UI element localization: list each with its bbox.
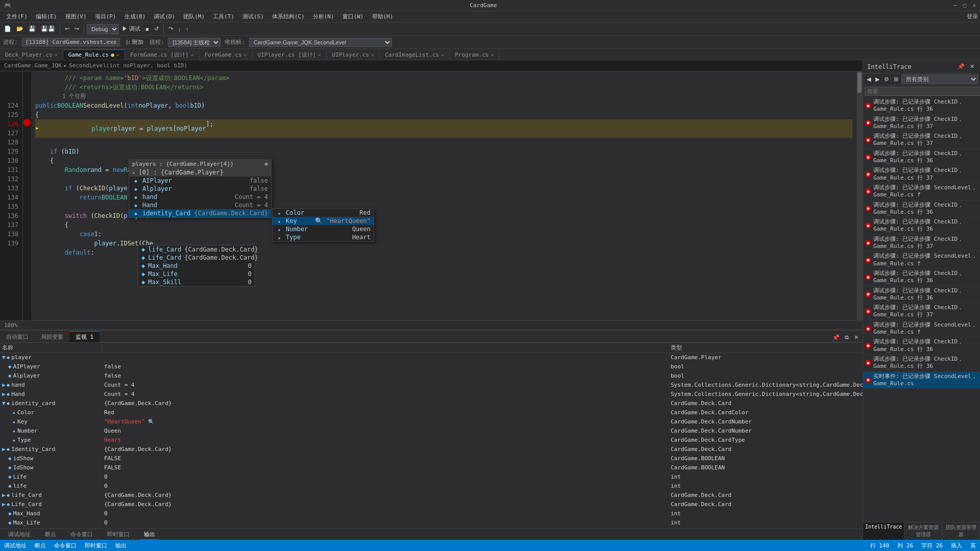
toolbar-save[interactable]: 💾: [27, 24, 38, 33]
ac-item-aiplayer1[interactable]: ◆ AIPlayer false: [129, 177, 271, 185]
stack-dropdown[interactable]: CardGame.Game_JQK.SecondLevel: [249, 38, 392, 47]
toolbar-open[interactable]: 📂: [14, 24, 26, 33]
toolbar-undo[interactable]: ↩: [63, 24, 71, 33]
editor-scrollbar[interactable]: [856, 71, 863, 320]
watch-row-alplayer[interactable]: ◆ Alplayer false bool: [0, 371, 863, 381]
watch-row-life[interactable]: ◆ Life 0 int: [0, 472, 863, 482]
autocomplete-index[interactable]: ▸ [0] : {CardGame.Player}: [129, 168, 271, 177]
it-close-btn[interactable]: ✕: [968, 62, 976, 71]
watch-row-number[interactable]: ⬥ Number Queen CardGame.Deck.CardNumber: [0, 427, 863, 436]
tab-close[interactable]: ✕: [318, 52, 321, 58]
login-link[interactable]: 登录: [967, 13, 978, 20]
window-controls[interactable]: ─ □ ✕: [953, 2, 976, 9]
ac-item-hand2[interactable]: ◆ Hand Count = 4: [129, 201, 271, 209]
it-item-4[interactable]: ● 调试步骤: 已记录步骤 CheckID，Game_Rule.cs 行 36: [863, 149, 980, 166]
sm-key[interactable]: ⬥ Key 🔍 "HeartQueen": [273, 217, 374, 225]
mt-lifecard2[interactable]: ◆ Life_Card {CardGame.Deck.Card}: [138, 254, 255, 262]
bt-tab-debug[interactable]: 调试地址: [4, 530, 35, 539]
watch-row-idshow[interactable]: ◆ idShow FALSE CardGame.BOOLEAN: [0, 454, 863, 463]
watch-row-lifecard2[interactable]: ▶ ◆ Life_Card {CardGame.Deck.Card} CardG…: [0, 500, 863, 509]
tab-close[interactable]: ✕: [244, 52, 247, 58]
tab-close[interactable]: ✕: [55, 52, 58, 58]
tab-uiplayer-design[interactable]: UIPlayer.cs [设计] ✕: [253, 49, 327, 60]
watch-row-lifecard[interactable]: ▶ ◆ life_Card {CardGame.Deck.Card} CardG…: [0, 491, 863, 500]
it-item-16[interactable]: ● 调试步骤: 已记录步骤 CheckID，Game_Rule.cs 行 36: [863, 355, 980, 372]
menu-analyze[interactable]: 分析(N): [309, 12, 338, 21]
toolbar-step-out[interactable]: ↑: [184, 25, 191, 33]
thread-dropdown[interactable]: [13584] 主线程: [168, 38, 220, 47]
watch-row-identity-card[interactable]: ▼ ◆ identity_card {CardGame.Deck.Card} C…: [0, 399, 863, 408]
menu-project[interactable]: 项目(P): [91, 12, 120, 21]
it-filter-dropdown[interactable]: 所有类别: [901, 74, 978, 84]
tab-formgame[interactable]: FormGame.cs ✕: [200, 49, 253, 60]
menu-window[interactable]: 窗口(W): [338, 12, 368, 21]
watch-float-btn[interactable]: ⧉: [843, 333, 851, 342]
it-item-1[interactable]: ● 调试步骤: 已记录步骤 CheckID，Game_Rule.cs 行 36: [863, 97, 980, 115]
it-item-13[interactable]: ● 调试步骤: 已记录步骤 CheckID，Game_Rule.cs 行 37: [863, 303, 980, 320]
minimize-btn[interactable]: ─: [953, 2, 957, 9]
close-btn[interactable]: ✕: [972, 2, 976, 9]
bt-tab-breakpoints[interactable]: 断点: [41, 530, 60, 539]
menu-tools[interactable]: 工具(T): [209, 12, 238, 21]
tab-close[interactable]: ✕: [491, 52, 494, 58]
it-item-12[interactable]: ● 调试步骤: 已记录步骤 CheckID，Game_Rule.cs 行 36: [863, 286, 980, 304]
attach-btn[interactable]: |↕ 附加: [124, 37, 145, 47]
it-item-2[interactable]: ● 调试步骤: 已记录步骤 CheckID，Game_Rule.cs 行 37: [863, 115, 980, 132]
it-item-5[interactable]: ● 调试步骤: 已记录步骤 CheckID，Game_Rule.cs 行 37: [863, 166, 980, 183]
toolbar-redo[interactable]: ↪: [72, 24, 81, 33]
bt-tab-output[interactable]: 输出: [140, 530, 159, 540]
sm-color[interactable]: ⬥ Color Red: [273, 209, 374, 217]
it-item-current[interactable]: ● 实时事件: 已记录步骤 SecondLevel，Game_Rule.cs: [863, 372, 980, 389]
menu-view[interactable]: 视图(V): [61, 12, 91, 21]
maximize-btn[interactable]: □: [963, 2, 967, 9]
debug-config-dropdown[interactable]: Debug: [87, 24, 119, 34]
toolbar-step-over[interactable]: ↷: [166, 24, 175, 33]
it-grid-btn[interactable]: ⊞: [892, 75, 900, 84]
tab-formgame-design[interactable]: FormGame.cs [设计] ✕: [125, 49, 200, 60]
it-next-btn[interactable]: ▶: [874, 75, 881, 84]
toolbar-step-into[interactable]: ↓: [176, 25, 183, 33]
it-item-14[interactable]: ● 调试步骤: 已记录步骤 SecondLevel，Game_Rule.cs f: [863, 320, 980, 338]
menu-build[interactable]: 生成(B): [120, 12, 150, 21]
watch-row-identitycard2[interactable]: ▶ ◆ Identity_Card {CardGame.Deck.Card} C…: [0, 445, 863, 454]
watch-row-aiplayer[interactable]: ◆ AIPlayer false bool: [0, 362, 863, 371]
tab-uiplayer[interactable]: UIPlayer.cs ✕: [327, 49, 380, 60]
mt-maxlife[interactable]: ◆ Max_Life 0: [138, 270, 255, 278]
sm-type[interactable]: ⬥ Type Heart: [273, 233, 374, 241]
tab-close[interactable]: ✕: [371, 52, 374, 58]
watch-row-color[interactable]: ⬥ Color Red CardGame.Deck.CardColor: [0, 408, 863, 417]
it-prev-btn[interactable]: ◀: [865, 75, 872, 84]
menu-edit[interactable]: 编辑(E): [32, 12, 61, 21]
tab-game-rule[interactable]: Game_Rule.cs ● ✕: [63, 49, 125, 60]
watch-row-life2[interactable]: ◆ life 0 int: [0, 482, 863, 491]
tab-deck-player[interactable]: Deck_Player.cs ✕: [0, 49, 63, 60]
mt-lifecard[interactable]: ◆ life_Card {CardGame.Deck.Card}: [138, 245, 255, 254]
bt-tab-immediate[interactable]: 即时窗口: [103, 530, 134, 539]
toolbar-saveall[interactable]: 💾💾: [39, 24, 57, 33]
watch-row-maxhand[interactable]: ◆ Max_Hand 0 int: [0, 509, 863, 518]
it-item-3[interactable]: ● 调试步骤: 已记录步骤 CheckID，Game_Rule.cs 行 37: [863, 132, 980, 149]
toolbar-restart[interactable]: ↺: [152, 24, 161, 33]
mt-maxhand[interactable]: ◆ Max_Hand 0: [138, 262, 255, 270]
menu-test[interactable]: 测试(S): [238, 12, 268, 21]
it-settings-btn[interactable]: ⚙: [883, 75, 891, 84]
scrollbar-thumb[interactable]: [857, 72, 862, 93]
it-tab-intellitrace[interactable]: IntelliTrace: [863, 522, 904, 540]
it-item-10[interactable]: ● 调试步骤: 已记录步骤 SecondLevel，Game_Rule.cs f: [863, 252, 980, 269]
it-pin-btn[interactable]: 📌: [956, 62, 966, 71]
tab-cardimagelist[interactable]: CardImageList.cs ✕: [380, 49, 450, 60]
menu-debug[interactable]: 调试(D): [150, 12, 179, 21]
autocomplete-popup[interactable]: players : {CardGame.Player[4]} ⊕ ▸ [0] :…: [129, 159, 272, 218]
it-tab-team-explorer[interactable]: 团队资源管理器: [942, 522, 980, 540]
ac-item-alplayer1[interactable]: ◆ Alplayer false: [129, 185, 271, 193]
tab-program[interactable]: Program.cs ✕: [450, 49, 499, 60]
it-item-9[interactable]: ● 调试步骤: 已记录步骤 CheckID，Game_Rule.cs 行 37: [863, 235, 980, 252]
watch-row-player[interactable]: ▼ ◆ player CardGame.Player: [0, 353, 863, 362]
watch-row-key[interactable]: ⬥ Key "HeartQueen" 🔍 CardGame.Deck.CardN…: [0, 417, 863, 427]
tab-close[interactable]: ✕: [116, 52, 119, 58]
watch-row-idshow2[interactable]: ◆ IdShow FALSE CardGame.BOOLEAN: [0, 463, 863, 472]
ac-item-hand[interactable]: ◆ hand Count = 4: [129, 193, 271, 201]
it-search-input[interactable]: [865, 87, 980, 96]
panel-tab-locals[interactable]: 局部变量: [35, 331, 69, 342]
panel-tab-auto[interactable]: 自动窗口: [0, 331, 35, 342]
